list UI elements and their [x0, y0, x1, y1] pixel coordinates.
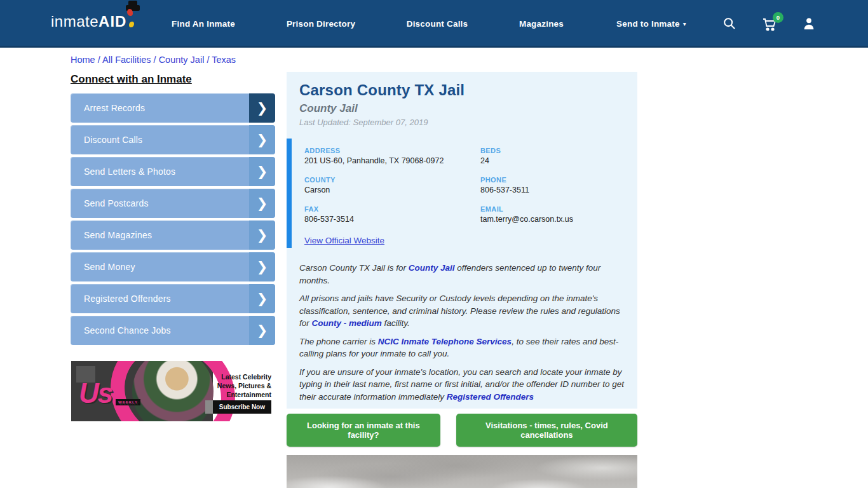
- registered-offenders-link[interactable]: Registered Offenders: [447, 392, 534, 402]
- fax-value: 806-537-3514: [304, 215, 480, 224]
- paragraph-text: Carson County TX Jail is for: [299, 263, 409, 273]
- beds-label: BEDS: [480, 147, 625, 154]
- breadcrumb-texas[interactable]: Texas: [212, 55, 236, 65]
- ad-logo-text: Us: [79, 377, 112, 409]
- paragraph: The phone carrier is NCIC Inmate Telepho…: [299, 336, 625, 360]
- logo-text-inmate: inmate: [51, 13, 98, 30]
- breadcrumb-separator: /: [204, 55, 212, 65]
- nav-send-to-inmate[interactable]: Send to Inmate▾: [616, 19, 686, 29]
- left-column: Home / All Facilities / County Jail / Te…: [71, 55, 275, 348]
- sidebar-heading: Connect with an Inmate: [71, 73, 275, 86]
- phone-value: 806-537-3511: [480, 186, 625, 194]
- chevron-right-icon: ❯: [249, 252, 275, 281]
- nav-discount-calls[interactable]: Discount Calls: [407, 19, 468, 29]
- info-county: COUNTY Carson: [304, 176, 480, 194]
- breadcrumb-separator: /: [151, 55, 159, 65]
- us-weekly-ad-banner[interactable]: Us WEEKLY Latest Celebrity News, Picture…: [71, 361, 275, 421]
- breadcrumb: Home / All Facilities / County Jail / Te…: [71, 55, 275, 65]
- info-accent-bar: [287, 139, 292, 248]
- search-icon[interactable]: [722, 17, 736, 33]
- sidebar-item-label: Arrest Records: [84, 103, 145, 113]
- email-label: EMAIL: [480, 205, 625, 213]
- action-buttons: Looking for an inmate at this facility? …: [287, 414, 637, 447]
- paragraph: Carson County TX Jail is for County Jail…: [299, 262, 625, 287]
- info-phone: PHONE 806-537-3511: [480, 176, 625, 194]
- looking-for-inmate-button[interactable]: Looking for an inmate at this facility?: [287, 414, 440, 447]
- account-icon[interactable]: [802, 17, 816, 33]
- beds-value: 24: [480, 156, 625, 165]
- sidebar-item-send-postcards[interactable]: Send Postcards ❯: [71, 189, 275, 218]
- sidebar-item-arrest-records[interactable]: Arrest Records ❯: [71, 93, 275, 123]
- mascot-red-icon: [127, 9, 133, 16]
- sidebar-item-second-chance-jobs[interactable]: Second Chance Jobs ❯: [71, 316, 275, 345]
- chevron-right-icon: ❯: [249, 125, 275, 154]
- us-weekly-logo: Us WEEKLY: [79, 377, 112, 409]
- logo-text-aid: AID: [98, 13, 126, 30]
- last-updated: Last Updated: September 07, 2019: [299, 118, 625, 127]
- nav-send-to-inmate-label: Send to Inmate: [616, 19, 680, 29]
- paragraph: If you are unsure of your inmate's locat…: [299, 366, 625, 403]
- county-value: Carson: [304, 186, 480, 194]
- nav-magazines[interactable]: Magazines: [519, 19, 564, 29]
- cart-count-badge: 0: [773, 12, 783, 23]
- sidebar-item-send-money[interactable]: Send Money ❯: [71, 252, 275, 281]
- facility-type: County Jail: [299, 102, 625, 115]
- ad-logo-sub-text: WEEKLY: [116, 399, 140, 405]
- info-beds: BEDS 24: [480, 147, 625, 165]
- email-value: tam.terry@co.carson.tx.us: [480, 215, 625, 224]
- facility-photo: [287, 455, 637, 488]
- sidebar-item-registered-offenders[interactable]: Registered Offenders ❯: [71, 284, 275, 313]
- sidebar-item-label: Send Money: [84, 262, 135, 272]
- address-label: ADDRESS: [304, 147, 480, 154]
- facility-panel: Carson County TX Jail County Jail Last U…: [287, 72, 637, 409]
- ncic-telephone-link[interactable]: NCIC Inmate Telephone Services: [378, 337, 512, 346]
- cart-icon[interactable]: 0: [762, 17, 777, 34]
- nav-find-an-inmate[interactable]: Find An Inmate: [172, 19, 235, 29]
- paragraph-text: The phone carrier is: [299, 337, 378, 346]
- paragraph-text: facility.: [382, 318, 410, 328]
- paragraph: All prisons and jails have Security or C…: [299, 292, 625, 330]
- chevron-right-icon: ❯: [249, 157, 275, 186]
- phone-label: PHONE: [480, 176, 625, 184]
- facility-info-grid: ADDRESS 201 US-60, Panhandle, TX 79068-0…: [304, 147, 625, 224]
- sidebar-item-send-magazines[interactable]: Send Magazines ❯: [71, 220, 275, 250]
- info-email: EMAIL tam.terry@co.carson.tx.us: [480, 205, 625, 224]
- ad-photo: [132, 361, 214, 421]
- chevron-right-icon: ❯: [249, 93, 275, 123]
- nav-prison-directory[interactable]: Prison Directory: [287, 19, 355, 29]
- sidebar-item-label: Send Letters & Photos: [84, 166, 175, 177]
- visitations-button[interactable]: Visitations - times, rules, Covid cancel…: [456, 414, 637, 447]
- chevron-right-icon: ❯: [249, 220, 275, 250]
- page-title: Carson County TX Jail: [299, 81, 625, 99]
- chevron-right-icon: ❯: [249, 316, 275, 345]
- breadcrumb-county-jail[interactable]: County Jail: [159, 55, 205, 65]
- sidebar-item-send-letters-photos[interactable]: Send Letters & Photos ❯: [71, 157, 275, 186]
- county-jail-link[interactable]: County Jail: [409, 263, 455, 273]
- mascot-yellow-icon: [129, 22, 134, 27]
- logo[interactable]: inmateAID: [51, 13, 126, 30]
- sidebar-item-label: Send Magazines: [84, 230, 152, 240]
- sidebar-item-label: Discount Calls: [84, 135, 142, 145]
- top-nav: inmateAID Find An Inmate Prison Director…: [0, 0, 868, 48]
- chevron-down-icon: ▾: [683, 20, 686, 27]
- breadcrumb-all-facilities[interactable]: All Facilities: [102, 55, 151, 65]
- chevron-right-icon: ❯: [249, 189, 275, 218]
- sidebar-menu: Arrest Records ❯ Discount Calls ❯ Send L…: [71, 93, 275, 345]
- county-label: COUNTY: [304, 176, 480, 184]
- info-address: ADDRESS 201 US-60, Panhandle, TX 79068-0…: [304, 147, 480, 165]
- info-fax: FAX 806-537-3514: [304, 205, 480, 224]
- sidebar-item-label: Registered Offenders: [84, 294, 171, 304]
- official-website-link[interactable]: View Official Website: [304, 236, 384, 245]
- chevron-right-icon: ❯: [249, 284, 275, 313]
- address-value: 201 US-60, Panhandle, TX 79068-0972: [304, 156, 480, 165]
- sidebar-item-label: Second Chance Jobs: [84, 325, 171, 336]
- breadcrumb-separator: /: [95, 55, 102, 65]
- facility-description: Carson County TX Jail is for County Jail…: [299, 262, 625, 403]
- county-medium-link[interactable]: County - medium: [312, 318, 382, 328]
- main-content: Carson County TX Jail County Jail Last U…: [287, 72, 637, 488]
- ad-subscribe-button[interactable]: Subscribe Now: [213, 400, 271, 414]
- fax-label: FAX: [304, 205, 480, 213]
- ad-headline: Latest Celebrity News, Pictures & Entert…: [214, 372, 271, 400]
- sidebar-item-discount-calls[interactable]: Discount Calls ❯: [71, 125, 275, 154]
- breadcrumb-home[interactable]: Home: [71, 55, 95, 65]
